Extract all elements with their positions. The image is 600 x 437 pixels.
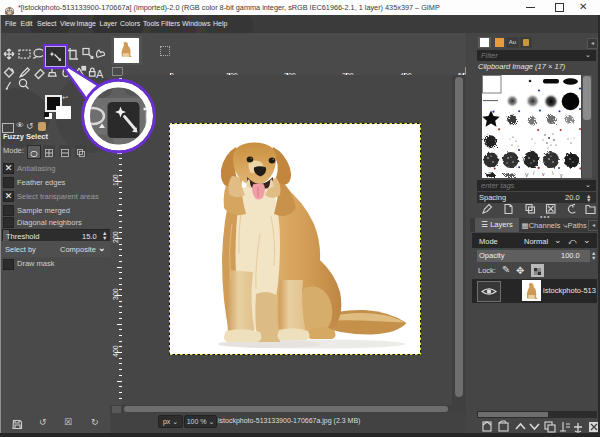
svg-text:100: 100: [112, 174, 119, 186]
svg-text:v: v: [542, 171, 545, 177]
svg-text:200: 200: [112, 231, 119, 243]
svg-text:400: 400: [112, 345, 119, 357]
svg-text:V: V: [525, 172, 529, 178]
svg-text:300: 300: [112, 288, 119, 300]
svg-text:\: \: [552, 170, 554, 176]
svg-text:/: /: [533, 170, 535, 176]
svg-text:y: y: [560, 172, 563, 178]
